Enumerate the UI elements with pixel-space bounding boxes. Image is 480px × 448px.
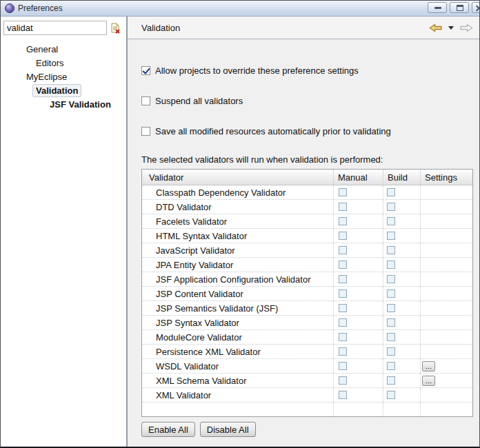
validator-row-jsf-application-configuration-validator[interactable]: JSF Application Configuration Validator [142, 272, 472, 287]
column-header-build[interactable]: Build [383, 170, 421, 185]
validator-name: DTD Validator [142, 200, 334, 214]
validator-name: Classpath Dependency Validator [142, 185, 334, 199]
build-checkbox[interactable] [387, 376, 395, 385]
sidebar-item-myeclipse[interactable]: MyEclipse [1, 70, 126, 83]
manual-cell [334, 185, 383, 199]
build-checkbox[interactable] [387, 289, 395, 298]
column-header-settings[interactable]: Settings [421, 170, 472, 185]
column-header-validator[interactable]: Validator [142, 170, 334, 185]
maximize-button[interactable] [450, 2, 469, 13]
validator-row-xml-schema-validator[interactable]: XML Schema Validator... [142, 374, 472, 388]
manual-checkbox[interactable] [339, 304, 347, 312]
validator-row-xml-validator[interactable]: XML Validator [142, 388, 472, 403]
build-cell [383, 374, 421, 387]
build-checkbox[interactable] [387, 304, 395, 312]
enable-all-button[interactable]: Enable All [141, 422, 195, 437]
build-cell [383, 214, 421, 228]
minimize-button[interactable] [428, 2, 447, 13]
settings-button[interactable]: ... [422, 361, 435, 371]
manual-cell [334, 345, 383, 358]
option-checkbox[interactable] [141, 127, 150, 136]
sidebar-item-general[interactable]: General [1, 42, 126, 56]
column-header-manual[interactable]: Manual [334, 170, 383, 185]
chevron-down-icon [448, 26, 454, 30]
window-controls [428, 2, 480, 13]
manual-checkbox[interactable] [339, 188, 347, 196]
build-checkbox[interactable] [387, 318, 395, 327]
manual-checkbox[interactable] [339, 318, 347, 327]
back-button[interactable] [428, 23, 443, 33]
build-checkbox[interactable] [387, 203, 395, 211]
validator-row-wsdl-validator[interactable]: WSDL Validator... [142, 359, 472, 374]
settings-cell [421, 185, 472, 199]
build-cell [383, 316, 421, 329]
filter-input[interactable] [3, 21, 107, 35]
build-checkbox[interactable] [387, 391, 395, 399]
validator-row-javascript-validator[interactable]: JavaScript Validator [142, 243, 472, 258]
maximize-icon [457, 5, 463, 11]
preferences-dialog: Preferences [0, 0, 480, 448]
build-checkbox[interactable] [387, 261, 395, 269]
build-checkbox[interactable] [387, 217, 395, 225]
validator-row-jsp-syntax-validator[interactable]: JSP Syntax Validator [142, 316, 472, 330]
validator-row-html-syntax-validator[interactable]: HTML Syntax Validator [142, 229, 472, 243]
build-checkbox[interactable] [387, 232, 395, 240]
manual-cell [334, 316, 383, 329]
manual-cell [334, 229, 383, 243]
clear-filter-icon[interactable] [110, 23, 121, 34]
validator-row-dtd-validator[interactable]: DTD Validator [142, 200, 472, 214]
sidebar-item-editors[interactable]: Editors [1, 56, 126, 70]
manual-cell [334, 330, 383, 344]
manual-checkbox[interactable] [339, 261, 347, 269]
option-row-save-all-modified: Save all modified resources automaticall… [141, 126, 391, 136]
build-checkbox[interactable] [387, 275, 395, 283]
validator-name: HTML Syntax Validator [142, 229, 334, 243]
manual-checkbox[interactable] [339, 246, 347, 254]
manual-checkbox[interactable] [339, 289, 347, 298]
validator-row-modulecore-validator[interactable]: ModuleCore Validator [142, 330, 472, 345]
back-history-dropdown[interactable] [446, 26, 456, 30]
settings-cell [421, 214, 472, 228]
table-filler-row [142, 403, 472, 416]
manual-cell [334, 272, 383, 286]
validator-row-facelets-validator[interactable]: Facelets Validator [142, 214, 472, 229]
manual-checkbox[interactable] [339, 376, 347, 385]
settings-cell: ... [421, 374, 472, 387]
manual-checkbox[interactable] [339, 333, 347, 341]
settings-cell [421, 229, 472, 243]
manual-checkbox[interactable] [339, 275, 347, 283]
build-cell [383, 185, 421, 199]
settings-cell [421, 301, 472, 315]
build-checkbox[interactable] [387, 333, 395, 341]
validator-name: Facelets Validator [142, 214, 334, 228]
manual-checkbox[interactable] [339, 203, 347, 211]
title-bar[interactable]: Preferences [1, 1, 479, 17]
tree-item-label: Validation [32, 84, 81, 97]
manual-checkbox[interactable] [339, 347, 347, 356]
forward-button[interactable] [459, 23, 474, 33]
validator-row-jpa-entity-validator[interactable]: JPA Entity Validator [142, 258, 472, 272]
settings-button[interactable]: ... [422, 376, 435, 386]
validator-row-jsp-semantics-validator-jsf[interactable]: JSP Semantics Validator (JSF) [142, 301, 472, 316]
build-checkbox[interactable] [387, 347, 395, 356]
validator-row-jsp-content-validator[interactable]: JSP Content Validator [142, 287, 472, 301]
sidebar-item-jsf-validation[interactable]: JSF Validation [1, 97, 126, 111]
option-checkbox[interactable] [141, 96, 150, 105]
build-checkbox[interactable] [387, 246, 395, 254]
validator-name: ModuleCore Validator [142, 330, 334, 344]
validator-row-persistence-xml-validator[interactable]: Persistence XML Validator [142, 345, 472, 359]
option-checkbox[interactable] [141, 66, 150, 75]
close-button[interactable] [472, 2, 480, 13]
build-checkbox[interactable] [387, 362, 395, 370]
manual-checkbox[interactable] [339, 362, 347, 370]
tree-item-label: MyEclipse [23, 70, 70, 83]
manual-checkbox[interactable] [339, 217, 347, 225]
manual-cell [334, 258, 383, 272]
manual-checkbox[interactable] [339, 232, 347, 240]
build-checkbox[interactable] [387, 188, 395, 196]
manual-checkbox[interactable] [339, 391, 347, 399]
minimize-icon [434, 7, 441, 9]
validator-row-classpath-dependency-validator[interactable]: Classpath Dependency Validator [142, 185, 472, 200]
disable-all-button[interactable]: Disable All [200, 422, 256, 437]
sidebar-item-validation[interactable]: Validation [1, 83, 126, 97]
